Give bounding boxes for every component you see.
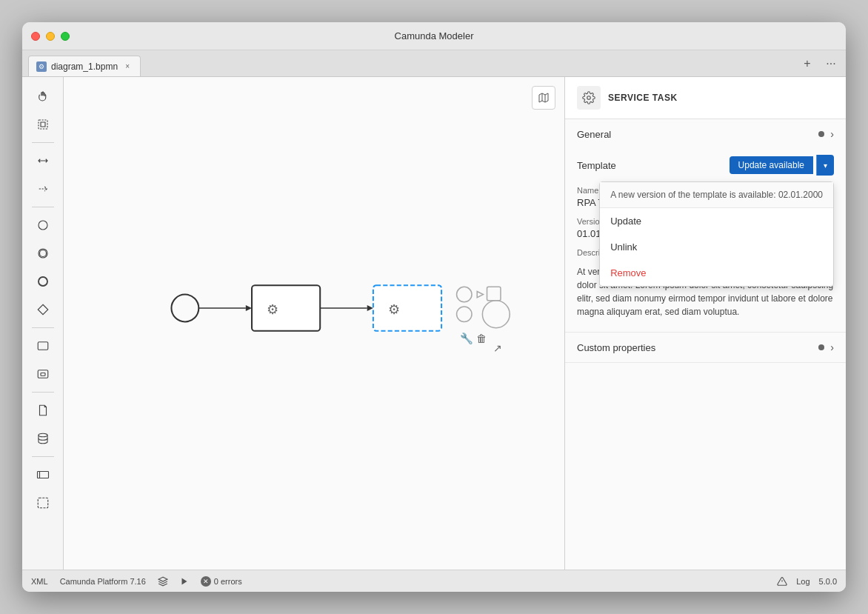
template-row: Template Update available ▾ A new versio… bbox=[577, 149, 834, 181]
panel-header: SERVICE TASK bbox=[565, 77, 846, 119]
append-event[interactable] bbox=[457, 287, 472, 301]
template-dropdown-toggle[interactable]: ▾ bbox=[816, 155, 834, 176]
create-task[interactable] bbox=[30, 333, 56, 359]
svg-text:⚙: ⚙ bbox=[388, 301, 400, 317]
general-section-controls: › bbox=[818, 128, 834, 140]
error-icon: ✕ bbox=[201, 576, 211, 587]
create-exclusive-gateway[interactable] bbox=[30, 296, 56, 323]
svg-point-1 bbox=[39, 221, 47, 230]
create-start-event[interactable] bbox=[30, 212, 56, 238]
deploy-button[interactable] bbox=[158, 576, 168, 587]
create-end-event[interactable] bbox=[30, 268, 56, 295]
general-section-title: General bbox=[577, 129, 611, 140]
statusbar-right: Log 5.0.0 bbox=[777, 576, 837, 587]
svg-point-3 bbox=[39, 250, 46, 257]
template-controls: Update available ▾ bbox=[730, 155, 834, 176]
tabbar: ⚙ diagram_1.bpmn × + ··· bbox=[22, 50, 846, 77]
append-task[interactable] bbox=[487, 287, 501, 300]
task-2-selected[interactable] bbox=[373, 285, 441, 330]
error-badge[interactable]: ✕ 0 errors bbox=[201, 576, 242, 587]
close-button[interactable] bbox=[31, 32, 40, 41]
main-content: ⚙ ⚙ 🔧 🗑 ↗ bbox=[22, 77, 846, 570]
general-section: General › Template Update available ▾ bbox=[565, 119, 846, 333]
general-chevron: › bbox=[830, 128, 834, 140]
template-dropdown-menu: A new version of the template is availab… bbox=[599, 181, 834, 287]
create-data-store[interactable] bbox=[30, 425, 56, 452]
xml-button[interactable]: XML bbox=[31, 577, 48, 586]
svg-rect-8 bbox=[41, 373, 45, 376]
tab-diagram[interactable]: ⚙ diagram_1.bpmn × bbox=[28, 56, 141, 76]
maximize-button[interactable] bbox=[61, 32, 70, 41]
platform-label: Camunda Platform 7.16 bbox=[60, 577, 146, 586]
start-event[interactable] bbox=[171, 295, 198, 322]
tab-close-button[interactable]: × bbox=[122, 61, 133, 72]
version-label: 5.0.0 bbox=[819, 577, 837, 586]
deploy-icon bbox=[158, 576, 168, 587]
right-panel: SERVICE TASK General › Template Update a… bbox=[564, 77, 846, 570]
warning-icon[interactable] bbox=[777, 576, 787, 587]
create-intermediate-event[interactable] bbox=[30, 240, 56, 267]
tab-label: diagram_1.bpmn bbox=[51, 61, 118, 72]
toolbar bbox=[22, 77, 64, 570]
append-event-bottom[interactable] bbox=[457, 307, 472, 321]
play-icon bbox=[180, 577, 189, 586]
svg-rect-0 bbox=[39, 120, 47, 129]
svg-point-17 bbox=[587, 96, 591, 100]
more-tabs-button[interactable]: ··· bbox=[822, 55, 840, 73]
global-connect-tool[interactable] bbox=[30, 176, 56, 202]
general-section-header[interactable]: General › bbox=[577, 119, 834, 149]
bpmn-diagram: ⚙ ⚙ 🔧 🗑 ↗ bbox=[64, 77, 564, 570]
general-dot bbox=[818, 131, 824, 137]
dropdown-arrow: ▾ bbox=[824, 161, 827, 170]
create-subprocess[interactable] bbox=[30, 361, 56, 387]
update-menu-item[interactable]: Update bbox=[600, 208, 833, 234]
titlebar: Camunda Modeler bbox=[22, 22, 846, 50]
window-title: Camunda Modeler bbox=[395, 30, 474, 41]
svg-point-4 bbox=[39, 277, 47, 286]
custom-chevron: › bbox=[830, 341, 834, 353]
svg-rect-10 bbox=[37, 472, 48, 478]
space-tool[interactable] bbox=[30, 147, 56, 174]
toolbar-divider-1 bbox=[32, 142, 54, 143]
custom-properties-section: Custom properties › bbox=[565, 333, 846, 363]
service-task-icon bbox=[577, 86, 601, 110]
template-label: Template bbox=[577, 160, 616, 171]
append-gateway[interactable] bbox=[477, 291, 483, 297]
create-group[interactable] bbox=[30, 490, 56, 516]
dropdown-tooltip: A new version of the template is availab… bbox=[600, 182, 833, 208]
custom-dot bbox=[818, 344, 824, 350]
toolbar-divider-3 bbox=[32, 327, 54, 328]
lasso-tool[interactable] bbox=[30, 111, 56, 138]
tab-file-icon: ⚙ bbox=[36, 61, 47, 72]
svg-marker-5 bbox=[38, 304, 48, 315]
remove-menu-item[interactable]: Remove bbox=[600, 260, 833, 286]
task-1[interactable] bbox=[252, 285, 320, 330]
canvas[interactable]: ⚙ ⚙ 🔧 🗑 ↗ bbox=[64, 77, 564, 570]
update-available-button[interactable]: Update available bbox=[730, 156, 813, 174]
app-window: Camunda Modeler ⚙ diagram_1.bpmn × + ··· bbox=[22, 22, 846, 592]
arrow-1 bbox=[246, 305, 252, 311]
toolbar-divider-4 bbox=[32, 392, 54, 393]
svg-rect-6 bbox=[38, 342, 48, 350]
log-label[interactable]: Log bbox=[796, 577, 809, 586]
traffic-lights bbox=[31, 32, 70, 41]
arrow-icon[interactable]: ↗ bbox=[493, 342, 502, 354]
create-data-object[interactable] bbox=[30, 397, 56, 424]
custom-properties-title: Custom properties bbox=[577, 342, 655, 353]
svg-point-9 bbox=[39, 433, 47, 437]
arrow-2 bbox=[367, 305, 373, 311]
create-pool[interactable] bbox=[30, 461, 56, 488]
run-button[interactable] bbox=[180, 577, 189, 586]
new-tab-button[interactable]: + bbox=[798, 55, 816, 73]
minimize-button[interactable] bbox=[46, 32, 55, 41]
errors-label: 0 errors bbox=[214, 577, 242, 586]
panel-title: SERVICE TASK bbox=[608, 93, 678, 103]
wrench-icon[interactable]: 🔧 bbox=[460, 332, 473, 345]
toolbar-divider-5 bbox=[32, 456, 54, 457]
append-end-event[interactable] bbox=[482, 301, 510, 328]
hand-tool[interactable] bbox=[30, 83, 56, 110]
trash-icon[interactable]: 🗑 bbox=[476, 333, 487, 344]
unlink-menu-item[interactable]: Unlink bbox=[600, 234, 833, 260]
statusbar: XML Camunda Platform 7.16 ✕ 0 errors L bbox=[22, 570, 846, 592]
custom-properties-header[interactable]: Custom properties › bbox=[577, 333, 834, 362]
